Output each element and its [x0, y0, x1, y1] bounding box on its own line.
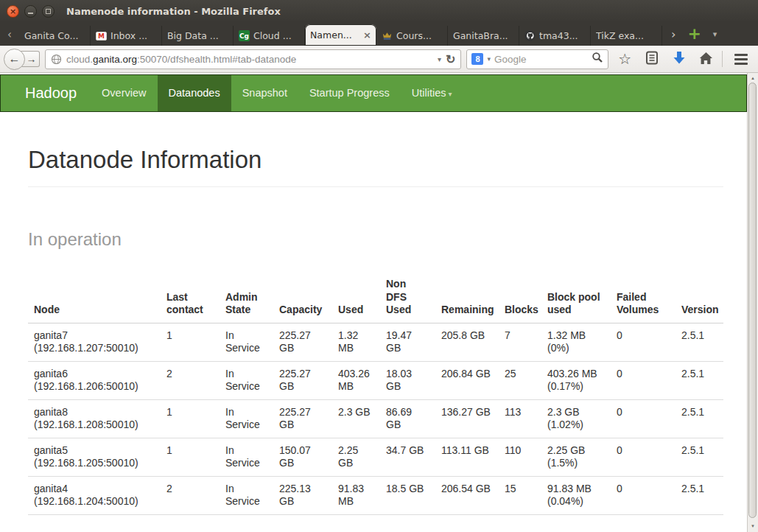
- vertical-scrollbar[interactable]: ▲ ▼: [747, 73, 758, 532]
- tab-scroll-left-button[interactable]: ‹: [0, 28, 19, 46]
- browser-tab-inbox[interactable]: MInbox ...: [91, 26, 162, 46]
- url-text[interactable]: cloud.ganita.org:50070/dfshealth.html#ta…: [66, 54, 433, 65]
- cell-failed-volumes: 0: [611, 399, 675, 438]
- cell-remaining: 113.11 GB: [435, 438, 499, 476]
- browser-tab-ganitabra[interactable]: GanitaBra...: [448, 26, 519, 46]
- nav-item-startup-progress[interactable]: Startup Progress: [298, 75, 401, 111]
- cell-capacity: 225.27 GB: [273, 323, 332, 361]
- table-header-row: NodeLast contactAdmin StateCapacityUsedN…: [28, 272, 723, 323]
- cell-last-contact: 2: [161, 476, 220, 514]
- column-header-remaining: Remaining: [435, 272, 499, 323]
- cell-remaining: 136.27 GB: [435, 399, 499, 438]
- cell-block-pool-used: 1.32 MB (0%): [541, 323, 611, 361]
- tab-label: Cloud ...: [253, 30, 299, 41]
- cell-last-contact: 2: [161, 361, 220, 399]
- tab-label: TikZ exa...: [596, 30, 656, 41]
- search-icon[interactable]: [592, 52, 603, 66]
- browser-tab-cours[interactable]: Cours...: [376, 26, 448, 46]
- scroll-up-button[interactable]: ▲: [748, 73, 758, 83]
- url-prefix: cloud.: [66, 54, 93, 65]
- cell-blocks: 15: [499, 476, 541, 514]
- toolbar-separator: [722, 51, 723, 67]
- site-identity-globe-icon[interactable]: [51, 54, 62, 65]
- section-heading: In operation: [28, 229, 723, 250]
- hadoop-brand[interactable]: Hadoop: [1, 75, 91, 111]
- cell-blocks: 110: [499, 438, 541, 476]
- table-row: ganita5 (192.168.1.205:50010)1In Service…: [28, 438, 723, 476]
- gmail-icon: M: [96, 32, 107, 41]
- page-title: Datanode Information: [28, 146, 723, 174]
- reload-button[interactable]: ↻: [446, 52, 455, 66]
- cell-block-pool-used: 2.25 GB (1.5%): [541, 438, 611, 476]
- browser-tab-big-data[interactable]: Big Data ...: [162, 26, 234, 46]
- search-engine-dropdown[interactable]: ▾: [487, 55, 491, 63]
- cell-failed-volumes: 0: [611, 438, 675, 476]
- scroll-down-button[interactable]: ▼: [748, 520, 758, 532]
- bookmark-star-button[interactable]: ☆: [614, 52, 636, 66]
- browser-tab-tikz-exa[interactable]: TikZ exa...: [591, 26, 662, 46]
- menu-button[interactable]: [728, 54, 754, 65]
- url-bar[interactable]: cloud.ganita.org:50070/dfshealth.html#ta…: [45, 49, 461, 69]
- tab-list-dropdown-button[interactable]: ▾: [707, 29, 723, 39]
- table-row: ganita4 (192.168.1.204:50010)2In Service…: [28, 476, 723, 514]
- cell-used: 2.25 GB: [332, 438, 380, 476]
- search-input[interactable]: [494, 54, 588, 65]
- cell-used: 1.32 MB: [332, 323, 380, 361]
- cell-failed-volumes: 0: [611, 323, 675, 361]
- hadoop-navbar: Hadoop OverviewDatanodesSnapshotStartup …: [0, 74, 747, 112]
- cell-remaining: 206.84 GB: [435, 361, 499, 399]
- cell-node: ganita4 (192.168.1.204:50010): [28, 476, 161, 514]
- tabbar-right-controls: › + ▾: [665, 22, 723, 46]
- cell-block-pool-used: 2.3 GB (1.02%): [541, 399, 611, 438]
- browser-viewport: Hadoop OverviewDatanodesSnapshotStartup …: [0, 73, 747, 532]
- new-tab-button[interactable]: +: [681, 26, 706, 42]
- cell-version: 2.5.1: [675, 399, 723, 438]
- window-maximize-button[interactable]: [42, 5, 55, 18]
- tab-overflow-button[interactable]: ›: [665, 27, 681, 41]
- window-title: Namenode information - Mozilla Firefox: [66, 6, 281, 17]
- browser-tab-namen[interactable]: Namen...×: [305, 24, 376, 46]
- cell-blocks: 25: [499, 361, 541, 399]
- search-bar[interactable]: 8 ▾: [466, 49, 608, 69]
- tab-bar: ‹ Ganita Co...MInbox ...Big Data ...CgCl…: [0, 22, 758, 46]
- download-arrow-icon: [673, 51, 686, 65]
- column-header-capacity: Capacity: [273, 272, 332, 323]
- bookmarks-icon: [645, 51, 659, 65]
- cell-admin-state: In Service: [220, 438, 273, 476]
- cell-version: 2.5.1: [675, 323, 723, 361]
- cell-remaining: 206.54 GB: [435, 476, 499, 514]
- cell-version: 2.5.1: [675, 438, 723, 476]
- browser-tab-ganita-co[interactable]: Ganita Co...: [19, 26, 91, 46]
- cell-node: ganita8 (192.168.1.208:50010): [28, 399, 161, 438]
- forward-arrow-icon: →: [27, 53, 37, 65]
- history-buttons: ← →: [4, 49, 40, 70]
- cell-admin-state: In Service: [220, 361, 273, 399]
- cell-blocks: 113: [499, 399, 541, 438]
- tab-close-button[interactable]: ×: [362, 29, 371, 41]
- nav-item-utilities[interactable]: Utilities▾: [401, 75, 463, 111]
- column-header-block-pool-used: Block pool used: [541, 272, 611, 323]
- scrollbar-thumb[interactable]: [748, 83, 757, 518]
- window-minimize-button[interactable]: [24, 5, 37, 18]
- bookmarks-menu-button[interactable]: [641, 51, 663, 67]
- home-button[interactable]: [695, 52, 717, 67]
- tab-label: Big Data ...: [167, 30, 228, 41]
- nav-item-snapshot[interactable]: Snapshot: [231, 75, 298, 111]
- cell-capacity: 150.07 GB: [273, 438, 332, 476]
- table-row: ganita8 (192.168.1.208:50010)1In Service…: [28, 399, 723, 438]
- nav-item-overview[interactable]: Overview: [91, 75, 157, 111]
- browser-tab-cloud[interactable]: CgCloud ...: [234, 26, 305, 46]
- column-header-last-contact: Last contact: [161, 272, 220, 323]
- cell-non-dfs-used: 34.7 GB: [380, 438, 435, 476]
- downloads-button[interactable]: [668, 51, 690, 67]
- cell-capacity: 225.13 GB: [273, 476, 332, 514]
- search-engine-icon[interactable]: 8: [471, 53, 483, 65]
- cell-last-contact: 1: [161, 399, 220, 438]
- back-button[interactable]: ←: [4, 49, 25, 70]
- nav-item-datanodes[interactable]: Datanodes: [158, 75, 231, 111]
- url-dropdown-button[interactable]: ▾: [438, 55, 441, 63]
- column-header-blocks: Blocks: [499, 272, 541, 323]
- tab-label: Inbox ...: [110, 30, 156, 41]
- window-close-button[interactable]: ×: [7, 5, 19, 18]
- browser-tab-tma43[interactable]: tma43...: [519, 26, 591, 46]
